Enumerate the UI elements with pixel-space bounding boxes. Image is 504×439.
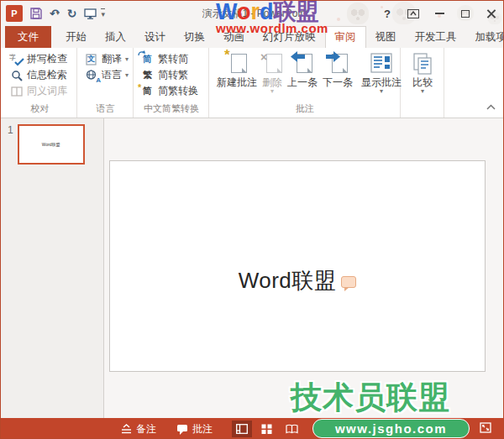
ribbon-group-comments: * 新建批注 × 删除 ▾ 上一条 [209,48,401,118]
slide-canvas[interactable]: Word联盟 [109,160,486,372]
thesaurus-button: 同义词库 [8,83,72,99]
chevron-down-icon: ▾ [421,88,424,95]
simp-to-trad-icon: 繁 [140,69,155,82]
simplified-traditional-convert-button[interactable]: 简 * 简繁转换 [139,83,204,99]
help-icon[interactable]: ? [381,7,394,20]
normal-view-button[interactable] [232,421,252,437]
traditional-to-simplified-button[interactable]: 简 繁转简 [139,51,204,67]
tab-insert[interactable]: 插入 [96,26,135,48]
spell-check-button[interactable]: 字 拼写检查 [8,51,72,67]
group-label-comments: 批注 [214,101,396,118]
slide-sorter-view-button[interactable] [257,421,276,437]
quick-access-toolbar: P ↶▾ ↻ ▾ [6,5,105,22]
comments-icon [176,424,188,435]
tab-file[interactable]: 文件 [5,26,51,48]
fit-slide-to-window-button[interactable] [476,420,495,438]
title-bar: P ↶▾ ↻ ▾ 演示文稿1 - PowerPoint ? [1,1,503,26]
research-icon [9,69,24,82]
show-comments-button[interactable]: 显示批注 ▾ [359,51,404,95]
group-label-chinese-conversion: 中文简繁转换 [139,101,204,118]
research-button[interactable]: 信息检索 [8,67,72,83]
close-icon[interactable] [485,7,498,20]
chevron-down-icon: ▾ [380,88,383,95]
slide-number: 1 [8,124,13,136]
workspace: 1 Word联盟 Word联盟 [1,118,503,418]
translate-button[interactable]: 文 翻译 ▾ [82,51,129,67]
dot-decoration [337,18,340,21]
convert-icon: 简 * [140,85,155,98]
tab-developer[interactable]: 开发工具 [406,26,466,48]
slide-thumbnail[interactable]: Word联盟 [18,124,85,165]
tab-view[interactable]: 视图 [366,26,406,48]
simplified-to-traditional-button[interactable]: 繁 简转繁 [139,67,204,83]
ribbon-tab-bar: 文件 开始 插入 设计 切换 动画 幻灯片放映 审阅 视图 开发工具 加载项 胡… [1,26,503,48]
ribbon-display-options-icon[interactable] [407,7,420,20]
previous-comment-button[interactable]: 上一条 [285,51,320,88]
window-controls: ? [381,7,498,20]
new-comment-button[interactable]: * 新建批注 [214,51,260,88]
tab-slideshow[interactable]: 幻灯片放映 [254,26,325,48]
book-icon [9,85,24,98]
collapse-ribbon-icon[interactable] [486,101,496,112]
compare-button[interactable]: 比较 ▾ [409,51,436,95]
delete-comment-icon: × [262,53,282,75]
save-icon[interactable] [30,8,42,19]
slide-thumbnail-panel: 1 Word联盟 [1,118,104,418]
new-comment-icon: * [227,53,247,75]
ribbon-group-language: 文 翻译 ▾ A 语言 ▾ 语言 [77,48,134,118]
ribbon-review: 字 拼写检查 信息检索 同义词库 校 [1,48,503,118]
slideshow-from-start-icon[interactable] [84,8,97,19]
powerpoint-logo-icon[interactable]: P [6,5,23,22]
spell-check-icon: 字 [9,53,24,66]
group-label-language: 语言 [82,101,129,118]
sparkle-icon: * [138,82,141,92]
slide-text[interactable]: Word联盟 [239,268,337,293]
minimize-icon[interactable] [433,7,446,20]
tab-review[interactable]: 审阅 [325,26,366,48]
delete-comment-button: × 删除 ▾ [260,51,285,95]
slide-editing-area: Word联盟 [104,118,503,418]
reading-view-button[interactable] [281,421,302,437]
language-button[interactable]: A 语言 ▾ [82,67,129,83]
ribbon-group-compare: 比较 ▾ [401,48,444,118]
globe-icon: A [84,69,98,82]
notes-button[interactable]: 备注 [117,420,160,439]
next-comment-button[interactable]: 下一条 [320,51,355,88]
status-bar: 备注 批注 [1,418,503,439]
slide-text-line: Word联盟 [110,266,485,295]
view-switcher [232,421,302,437]
notes-icon [121,424,132,434]
redo-icon[interactable]: ↻ [67,8,77,19]
tab-design[interactable]: 设计 [135,26,175,48]
chevron-down-icon: ▾ [270,88,274,95]
tab-addins[interactable]: 加载项 [466,26,504,48]
tab-home[interactable]: 开始 [56,26,96,48]
translate-icon: 文 [84,53,98,66]
compare-icon [412,53,433,75]
powerpoint-window: P ↶▾ ↻ ▾ 演示文稿1 - PowerPoint ? 文件 开始 插入 [0,0,504,439]
maximize-icon[interactable] [459,7,472,20]
skull-decoration [347,3,369,24]
chevron-down-icon: ▾ [125,55,129,63]
customize-qat-icon[interactable]: ▾ [101,8,105,18]
next-comment-icon [328,53,348,75]
chevron-down-icon: ▾ [125,71,129,79]
tab-animations[interactable]: 动画 [214,26,254,48]
undo-icon[interactable]: ↶▾ [50,8,60,19]
comments-button[interactable]: 批注 [172,420,217,439]
ribbon-group-proofing: 字 拼写检查 信息检索 同义词库 校 [3,48,77,118]
previous-comment-icon [292,53,312,75]
ribbon-group-chinese-conversion: 简 繁转简 繁 简转繁 简 * 简繁转换 [134,48,209,118]
group-label-proofing: 校对 [8,101,72,118]
thumbnail-text: Word联盟 [42,142,60,147]
show-comments-icon [370,53,392,75]
window-title: 演示文稿1 - PowerPoint [202,1,308,26]
comment-bubble-icon[interactable] [341,276,356,288]
trad-to-simp-icon: 简 [140,53,155,66]
undo-dropdown-icon[interactable]: ▾ [56,10,60,17]
tab-transitions[interactable]: 切换 [175,26,214,48]
